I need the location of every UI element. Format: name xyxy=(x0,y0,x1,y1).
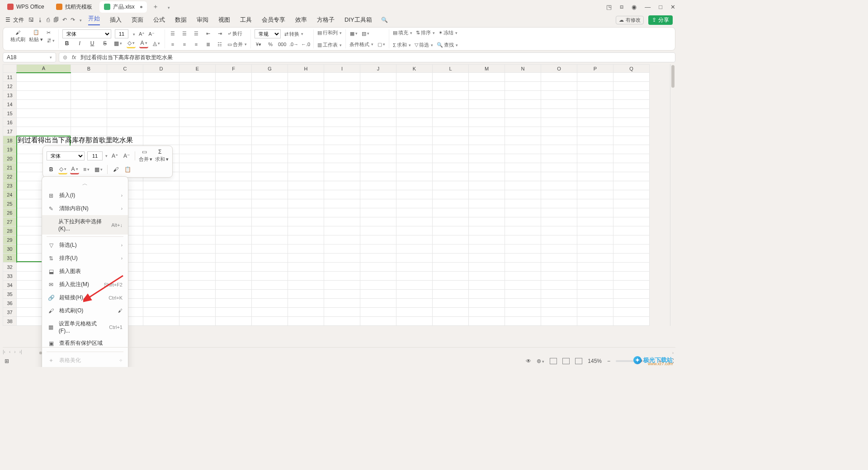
mini-fillcolor-button[interactable]: ◇ xyxy=(58,164,67,174)
cell-L28[interactable] xyxy=(433,226,469,235)
cell-Q11[interactable] xyxy=(613,73,650,82)
cell-I32[interactable] xyxy=(324,263,360,272)
font-size-input[interactable] xyxy=(115,29,128,38)
col-header-P[interactable]: P xyxy=(577,65,613,73)
last-sheet-button[interactable]: ›| xyxy=(19,349,22,354)
cell-M18[interactable] xyxy=(469,136,505,145)
cell-J15[interactable] xyxy=(360,109,396,118)
row-header-18[interactable]: 18 xyxy=(3,136,17,145)
cell-Q23[interactable] xyxy=(613,181,650,190)
row-header-29[interactable]: 29 xyxy=(3,235,17,244)
font-color-button[interactable]: A xyxy=(139,38,148,48)
cell-F16[interactable] xyxy=(216,118,252,127)
qat-dropdown[interactable] xyxy=(79,17,82,23)
align-top-icon[interactable]: ☰ xyxy=(169,29,177,38)
cell-I30[interactable] xyxy=(324,244,360,254)
cell-P17[interactable] xyxy=(577,127,613,136)
cell-J25[interactable] xyxy=(360,199,396,208)
mini-decrease-font[interactable]: A⁻ xyxy=(122,151,131,161)
cell-style-icon[interactable]: ▧ xyxy=(361,29,369,38)
cell-J22[interactable] xyxy=(360,172,396,181)
cell-K31[interactable] xyxy=(396,254,433,263)
cell-Q22[interactable] xyxy=(613,172,650,181)
cell-N18[interactable] xyxy=(505,136,541,145)
cell-L35[interactable] xyxy=(433,290,469,299)
cell-O37[interactable] xyxy=(541,308,577,317)
cell-E33[interactable] xyxy=(179,272,216,281)
menu-开始[interactable]: 开始 xyxy=(88,14,100,25)
cell-M33[interactable] xyxy=(469,272,505,281)
cell-K23[interactable] xyxy=(396,181,433,190)
cell-N37[interactable] xyxy=(505,308,541,317)
cell-M17[interactable] xyxy=(469,127,505,136)
mini-sum-button[interactable]: Σ 求和▾ xyxy=(155,149,169,163)
cell-H36[interactable] xyxy=(288,299,324,308)
cell-I37[interactable] xyxy=(324,308,360,317)
cell-D38[interactable] xyxy=(143,317,179,326)
cell-E29[interactable] xyxy=(179,235,216,244)
col-header-E[interactable]: E xyxy=(179,65,216,73)
cell-K30[interactable] xyxy=(396,244,433,254)
fill-color-button[interactable]: ◇ xyxy=(127,38,136,48)
cell-L11[interactable] xyxy=(433,73,469,82)
cell-P36[interactable] xyxy=(577,299,613,308)
cell-E21[interactable] xyxy=(179,163,216,172)
cell-C13[interactable] xyxy=(107,91,143,100)
cell-K34[interactable] xyxy=(396,281,433,290)
save-icon[interactable]: 🖫 xyxy=(28,17,34,23)
cell-I25[interactable] xyxy=(324,199,360,208)
mini-border-button[interactable]: ▦ xyxy=(94,164,104,174)
ctx-format-painter[interactable]: 🖌 格式刷(O) 🖌 xyxy=(42,304,128,317)
view-normal-icon[interactable] xyxy=(550,358,557,364)
col-header-F[interactable]: F xyxy=(216,65,252,73)
cell-L31[interactable] xyxy=(433,254,469,263)
cell-E23[interactable] xyxy=(179,181,216,190)
cell-N15[interactable] xyxy=(505,109,541,118)
col-header-Q[interactable]: Q xyxy=(613,65,650,73)
cell-D33[interactable] xyxy=(143,272,179,281)
cell-G33[interactable] xyxy=(252,272,288,281)
cell-O23[interactable] xyxy=(541,181,577,190)
cell-L34[interactable] xyxy=(433,281,469,290)
cell-H37[interactable] xyxy=(288,308,324,317)
cell-N22[interactable] xyxy=(505,172,541,181)
cell-D32[interactable] xyxy=(143,263,179,272)
cell-O24[interactable] xyxy=(541,190,577,199)
menu-插入[interactable]: 插入 xyxy=(110,16,122,24)
row-header-16[interactable]: 16 xyxy=(3,118,17,127)
font-size-dropdown[interactable] xyxy=(132,31,135,37)
cell-J14[interactable] xyxy=(360,100,396,109)
cell-M28[interactable] xyxy=(469,226,505,235)
cell-I29[interactable] xyxy=(324,235,360,244)
align-middle-icon[interactable]: ☰ xyxy=(180,29,189,38)
col-header-G[interactable]: G xyxy=(252,65,288,73)
cell-J19[interactable] xyxy=(360,145,396,154)
close-button[interactable]: ✕ xyxy=(670,4,675,10)
cell-G22[interactable] xyxy=(252,172,288,181)
copy-icon[interactable]: ⭿ xyxy=(47,38,55,43)
cell-E12[interactable] xyxy=(179,82,216,91)
format-brush-button[interactable]: 🖌 格式刷 xyxy=(10,30,25,43)
cell-M29[interactable] xyxy=(469,235,505,244)
col-header-N[interactable]: N xyxy=(505,65,541,73)
cell-G19[interactable] xyxy=(252,145,288,154)
cell-E18[interactable] xyxy=(179,136,216,145)
cell-K16[interactable] xyxy=(396,118,433,127)
align-justify-icon[interactable]: ≣ xyxy=(204,40,212,48)
cell-H14[interactable] xyxy=(288,100,324,109)
paste-button[interactable]: 📋 粘贴 ▾ xyxy=(29,29,43,43)
cell-J29[interactable] xyxy=(360,235,396,244)
thousands-icon[interactable]: 000 xyxy=(278,40,286,48)
cell-C14[interactable] xyxy=(107,100,143,109)
cell-E37[interactable] xyxy=(179,308,216,317)
row-header-37[interactable]: 37 xyxy=(3,308,17,317)
cell-Q17[interactable] xyxy=(613,127,650,136)
cell-N31[interactable] xyxy=(505,254,541,263)
cell-E22[interactable] xyxy=(179,172,216,181)
cell-I27[interactable] xyxy=(324,217,360,226)
menu-DIY工具箱[interactable]: DIY工具箱 xyxy=(344,16,372,24)
ctx-clear[interactable]: ✎ 清除内容(N) › xyxy=(42,202,128,215)
menu-工具[interactable]: 工具 xyxy=(240,16,252,24)
decrease-font-icon[interactable]: A⁻ xyxy=(148,31,154,37)
cell-P19[interactable] xyxy=(577,145,613,154)
